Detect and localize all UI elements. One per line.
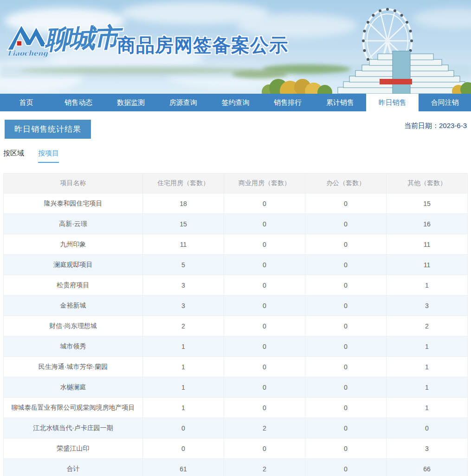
current-date-label: 当前日期：2023-6-3 [404,122,467,130]
title-bar: 昨日销售统计结果 当前日期：2023-6-3 [3,120,468,139]
project-name-cell: 水樾澜庭 [4,377,143,398]
value-cell: 0 [224,398,305,418]
table-row: 财信·尚东理想城2002 [4,316,468,336]
table-row: 隆兴泰和园住宅项目180015 [4,193,468,214]
nav-item-3[interactable]: 数据监测 [105,94,157,111]
table-row: 澜庭观邸项目50011 [4,255,468,275]
page-root: Liaocheng 聊城市 商品房网签备案公示 首页销售动态数据监测房源查询签约… [0,0,471,476]
value-cell: 0 [224,193,305,214]
value-cell: 0 [224,214,305,234]
value-cell: 15 [387,193,468,214]
value-cell: 0 [224,234,305,255]
project-name-cell: 澜庭观邸项目 [4,255,143,275]
table-row: 城市领秀1001 [4,336,468,357]
column-header-3: 商业用房（套数） [224,174,305,193]
value-cell: 0 [305,438,387,459]
content-area: 昨日销售统计结果 当前日期：2023-6-3 按区域按项目 项目名称住宅用房（套… [0,111,471,476]
sales-table-head: 项目名称住宅用房（套数）商业用房（套数）办公（套数）其他（套数） [4,174,468,193]
value-cell: 11 [387,234,468,255]
nav-item-1[interactable]: 首页 [0,94,52,111]
value-cell: 0 [305,255,387,275]
table-row: 民生海通·城市芳华·蘭园1001 [4,357,468,377]
nav-item-9[interactable]: 合同注销 [419,94,471,111]
table-row: 金裕新城3003 [4,296,468,316]
value-cell: 1 [387,377,468,398]
value-cell: 0 [143,418,224,438]
tab-2[interactable]: 按项目 [38,149,59,163]
value-cell: 0 [305,296,387,316]
sales-table-body: 隆兴泰和园住宅项目180015高新·云璟150016九州印象110011澜庭观邸… [4,193,468,476]
value-cell: 2 [224,459,305,476]
value-cell: 0 [305,316,387,336]
value-cell: 61 [143,459,224,476]
value-cell: 0 [224,336,305,357]
value-cell: 0 [224,275,305,296]
value-cell: 0 [224,438,305,459]
value-cell: 18 [143,193,224,214]
column-header-2: 住宅用房（套数） [143,174,224,193]
view-tabs: 按区域按项目 [3,149,468,163]
value-cell: 66 [387,459,468,476]
project-name-cell: 财信·尚东理想城 [4,316,143,336]
value-cell: 0 [224,296,305,316]
value-cell: 2 [387,316,468,336]
value-cell: 0 [305,193,387,214]
site-name-calligraphy: 聊城市 [44,20,119,58]
value-cell: 0 [387,418,468,438]
table-row: 荣盛江山印0003 [4,438,468,459]
project-name-cell: 江北水镇当代·卢卡庄园一期 [4,418,143,438]
nav-item-7[interactable]: 累计销售 [314,94,367,111]
value-cell: 0 [224,377,305,398]
nav-item-6[interactable]: 销售排行 [262,94,314,111]
value-cell: 11 [143,234,224,255]
tab-1[interactable]: 按区域 [3,149,24,163]
value-cell: 0 [305,234,387,255]
site-header: Liaocheng 聊城市 商品房网签备案公示 [0,0,471,94]
site-title: 商品房网签备案公示 [117,32,288,58]
project-name-cell: 城市领秀 [4,336,143,357]
value-cell: 1 [387,275,468,296]
nav-item-5[interactable]: 签约查询 [209,94,262,111]
value-cell: 1 [143,377,224,398]
column-header-5: 其他（套数） [387,174,468,193]
value-cell: 0 [305,377,387,398]
project-name-cell: 聊城泰岳置业有限公司观棠阅境房地产项目 [4,398,143,418]
project-name-cell: 高新·云璟 [4,214,143,234]
value-cell: 2 [143,316,224,336]
nav-item-4[interactable]: 房源查询 [157,94,209,111]
value-cell: 3 [387,296,468,316]
value-cell: 1 [143,398,224,418]
table-row: 高新·云璟150016 [4,214,468,234]
value-cell: 11 [387,255,468,275]
project-name-cell: 金裕新城 [4,296,143,316]
project-name-cell: 九州印象 [4,234,143,255]
value-cell: 0 [224,357,305,377]
project-name-cell: 合计 [4,459,143,476]
value-cell: 5 [143,255,224,275]
site-brand: Liaocheng 聊城市 商品房网签备案公示 [0,0,471,94]
table-header-row: 项目名称住宅用房（套数）商业用房（套数）办公（套数）其他（套数） [4,174,468,193]
value-cell: 3 [143,296,224,316]
value-cell: 0 [305,336,387,357]
table-row: 九州印象110011 [4,234,468,255]
value-cell: 15 [143,214,224,234]
value-cell: 0 [224,255,305,275]
nav-item-2[interactable]: 销售动态 [52,94,105,111]
value-cell: 1 [387,336,468,357]
project-name-cell: 隆兴泰和园住宅项目 [4,193,143,214]
column-header-4: 办公（套数） [305,174,387,193]
value-cell: 1 [387,357,468,377]
project-name-cell: 民生海通·城市芳华·蘭园 [4,357,143,377]
value-cell: 1 [387,398,468,418]
value-cell: 16 [387,214,468,234]
value-cell: 0 [305,459,387,476]
value-cell: 1 [143,336,224,357]
nav-item-8[interactable]: 昨日销售 [366,94,419,111]
main-nav: 首页销售动态数据监测房源查询签约查询销售排行累计销售昨日销售合同注销 [0,94,471,111]
value-cell: 0 [143,438,224,459]
value-cell: 2 [224,418,305,438]
section-title: 昨日销售统计结果 [5,120,91,139]
column-header-1: 项目名称 [4,174,143,193]
value-cell: 0 [305,398,387,418]
value-cell: 3 [387,438,468,459]
